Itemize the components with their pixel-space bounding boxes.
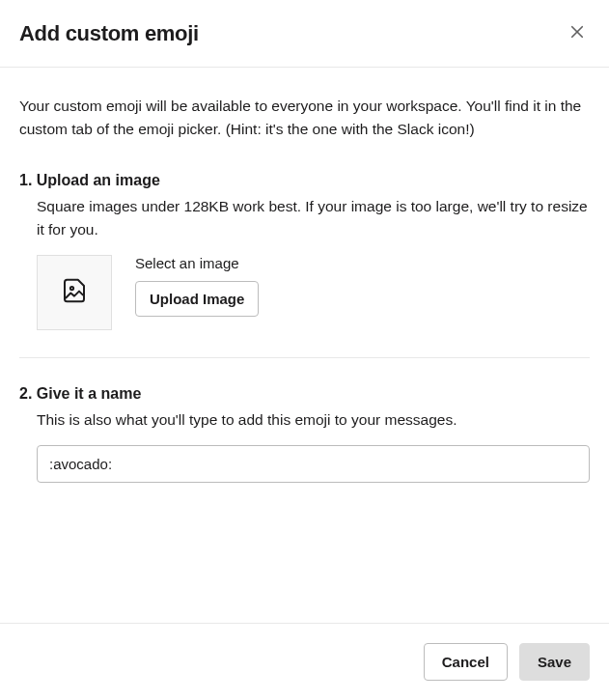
step2-description: This is also what you'll type to add thi… [37, 408, 590, 432]
image-preview-box [37, 255, 112, 330]
modal-title: Add custom emoji [19, 21, 199, 46]
step1-heading: 1. Upload an image [19, 172, 590, 189]
modal-header: Add custom emoji [0, 0, 609, 68]
svg-point-2 [70, 287, 73, 290]
step2-heading: 2. Give it a name [19, 385, 590, 403]
intro-text: Your custom emoji will be available to e… [19, 95, 590, 141]
section-divider [19, 357, 590, 358]
step-upload: 1. Upload an image Square images under 1… [19, 172, 590, 330]
upload-side: Select an image Upload Image [135, 255, 259, 317]
image-placeholder-icon [60, 276, 89, 309]
select-image-label: Select an image [135, 255, 259, 271]
modal-body: Your custom emoji will be available to e… [0, 68, 609, 623]
close-icon [568, 23, 586, 43]
close-button[interactable] [565, 19, 590, 47]
emoji-name-input[interactable] [37, 445, 590, 483]
step1-description: Square images under 128KB work best. If … [37, 195, 590, 241]
upload-row: Select an image Upload Image [37, 255, 590, 330]
step-name: 2. Give it a name This is also what you'… [19, 385, 590, 483]
cancel-button[interactable]: Cancel [424, 643, 508, 681]
upload-image-button[interactable]: Upload Image [135, 281, 259, 317]
save-button[interactable]: Save [519, 643, 590, 681]
modal-footer: Cancel Save [0, 623, 609, 700]
